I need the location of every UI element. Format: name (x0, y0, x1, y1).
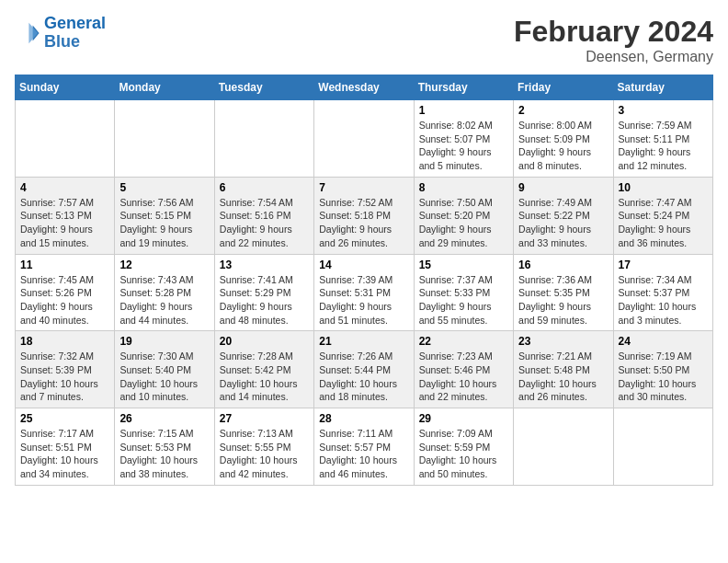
day-number: 28 (319, 412, 408, 425)
logo-text: General Blue (44, 15, 106, 52)
logo-line1: General (44, 14, 106, 32)
day-number: 12 (119, 259, 209, 271)
calendar-cell (214, 100, 313, 178)
calendar-cell: 14Sunrise: 7:39 AM Sunset: 5:31 PM Dayli… (314, 254, 414, 331)
header-tuesday: Tuesday (214, 75, 313, 100)
day-number: 1 (419, 104, 508, 117)
header-sunday: Sunday (16, 75, 115, 100)
calendar-cell: 24Sunrise: 7:19 AM Sunset: 5:50 PM Dayli… (613, 331, 712, 408)
calendar-cell: 17Sunrise: 7:34 AM Sunset: 5:37 PM Dayli… (613, 254, 712, 331)
day-number: 22 (419, 335, 508, 348)
calendar-cell: 8Sunrise: 7:50 AM Sunset: 5:20 PM Daylig… (414, 177, 513, 254)
day-number: 6 (220, 181, 309, 194)
day-info: Sunrise: 8:00 AM Sunset: 5:09 PM Dayligh… (518, 119, 608, 173)
calendar-header-row: SundayMondayTuesdayWednesdayThursdayFrid… (16, 75, 713, 100)
calendar-cell: 4Sunrise: 7:57 AM Sunset: 5:13 PM Daylig… (16, 177, 115, 254)
day-info: Sunrise: 7:21 AM Sunset: 5:48 PM Dayligh… (518, 350, 608, 404)
header-wednesday: Wednesday (314, 75, 414, 100)
logo-line2: Blue (44, 32, 80, 51)
day-info: Sunrise: 7:09 AM Sunset: 5:59 PM Dayligh… (419, 427, 508, 481)
calendar-cell: 9Sunrise: 7:49 AM Sunset: 5:22 PM Daylig… (514, 177, 613, 254)
logo-icon (15, 20, 40, 46)
calendar-week-row: 18Sunrise: 7:32 AM Sunset: 5:39 PM Dayli… (16, 331, 713, 408)
calendar-cell: 15Sunrise: 7:37 AM Sunset: 5:33 PM Dayli… (414, 254, 513, 331)
day-info: Sunrise: 7:43 AM Sunset: 5:28 PM Dayligh… (119, 273, 209, 327)
day-number: 23 (518, 335, 608, 348)
day-info: Sunrise: 7:13 AM Sunset: 5:55 PM Dayligh… (220, 427, 309, 481)
day-info: Sunrise: 7:36 AM Sunset: 5:35 PM Dayligh… (518, 273, 608, 327)
logo: General Blue (15, 15, 106, 52)
day-number: 13 (220, 259, 309, 271)
calendar-cell: 26Sunrise: 7:15 AM Sunset: 5:53 PM Dayli… (115, 408, 214, 486)
day-info: Sunrise: 7:17 AM Sunset: 5:51 PM Dayligh… (20, 427, 109, 481)
calendar-week-row: 1Sunrise: 8:02 AM Sunset: 5:07 PM Daylig… (16, 100, 713, 178)
calendar-cell: 21Sunrise: 7:26 AM Sunset: 5:44 PM Dayli… (314, 331, 414, 408)
calendar-cell: 16Sunrise: 7:36 AM Sunset: 5:35 PM Dayli… (514, 254, 613, 331)
calendar-cell (514, 408, 613, 486)
day-info: Sunrise: 7:50 AM Sunset: 5:20 PM Dayligh… (419, 196, 508, 250)
calendar-cell: 1Sunrise: 8:02 AM Sunset: 5:07 PM Daylig… (414, 100, 513, 178)
day-info: Sunrise: 7:47 AM Sunset: 5:24 PM Dayligh… (619, 196, 708, 250)
header-monday: Monday (115, 75, 214, 100)
calendar-cell: 12Sunrise: 7:43 AM Sunset: 5:28 PM Dayli… (115, 254, 214, 331)
page-subtitle: Deensen, Germany (514, 49, 713, 65)
day-number: 24 (619, 335, 708, 348)
calendar-cell: 27Sunrise: 7:13 AM Sunset: 5:55 PM Dayli… (214, 408, 313, 486)
day-number: 9 (518, 181, 608, 194)
day-info: Sunrise: 7:34 AM Sunset: 5:37 PM Dayligh… (619, 273, 708, 327)
day-info: Sunrise: 7:57 AM Sunset: 5:13 PM Dayligh… (20, 196, 109, 250)
header-thursday: Thursday (414, 75, 513, 100)
page-title: February 2024 (514, 15, 713, 49)
day-number: 19 (119, 335, 209, 348)
day-number: 17 (619, 259, 708, 271)
calendar-table: SundayMondayTuesdayWednesdayThursdayFrid… (15, 75, 713, 486)
calendar-cell: 11Sunrise: 7:45 AM Sunset: 5:26 PM Dayli… (16, 254, 115, 331)
day-info: Sunrise: 7:41 AM Sunset: 5:29 PM Dayligh… (220, 273, 309, 327)
calendar-cell: 3Sunrise: 7:59 AM Sunset: 5:11 PM Daylig… (613, 100, 712, 178)
day-info: Sunrise: 7:59 AM Sunset: 5:11 PM Dayligh… (619, 119, 708, 173)
calendar-week-row: 25Sunrise: 7:17 AM Sunset: 5:51 PM Dayli… (16, 408, 713, 486)
day-number: 7 (319, 181, 408, 194)
day-number: 16 (518, 259, 608, 271)
title-block: February 2024 Deensen, Germany (514, 15, 713, 65)
calendar-cell: 19Sunrise: 7:30 AM Sunset: 5:40 PM Dayli… (115, 331, 214, 408)
calendar-cell: 28Sunrise: 7:11 AM Sunset: 5:57 PM Dayli… (314, 408, 414, 486)
calendar-cell: 6Sunrise: 7:54 AM Sunset: 5:16 PM Daylig… (214, 177, 313, 254)
day-info: Sunrise: 7:45 AM Sunset: 5:26 PM Dayligh… (20, 273, 109, 327)
day-number: 18 (20, 335, 109, 348)
calendar-cell: 10Sunrise: 7:47 AM Sunset: 5:24 PM Dayli… (613, 177, 712, 254)
calendar-cell: 2Sunrise: 8:00 AM Sunset: 5:09 PM Daylig… (514, 100, 613, 178)
calendar-cell (115, 100, 214, 178)
day-info: Sunrise: 7:56 AM Sunset: 5:15 PM Dayligh… (119, 196, 209, 250)
calendar-cell: 22Sunrise: 7:23 AM Sunset: 5:46 PM Dayli… (414, 331, 513, 408)
day-info: Sunrise: 7:39 AM Sunset: 5:31 PM Dayligh… (319, 273, 408, 327)
day-info: Sunrise: 7:37 AM Sunset: 5:33 PM Dayligh… (419, 273, 508, 327)
calendar-cell (314, 100, 414, 178)
calendar-cell (16, 100, 115, 178)
day-info: Sunrise: 7:23 AM Sunset: 5:46 PM Dayligh… (419, 350, 508, 404)
day-number: 25 (20, 412, 109, 425)
day-number: 21 (319, 335, 408, 348)
calendar-cell: 7Sunrise: 7:52 AM Sunset: 5:18 PM Daylig… (314, 177, 414, 254)
header-friday: Friday (514, 75, 613, 100)
day-number: 8 (419, 181, 508, 194)
day-number: 11 (20, 259, 109, 271)
calendar-cell: 18Sunrise: 7:32 AM Sunset: 5:39 PM Dayli… (16, 331, 115, 408)
day-info: Sunrise: 7:28 AM Sunset: 5:42 PM Dayligh… (220, 350, 309, 404)
day-number: 5 (119, 181, 209, 194)
day-number: 27 (220, 412, 309, 425)
day-info: Sunrise: 7:30 AM Sunset: 5:40 PM Dayligh… (119, 350, 209, 404)
day-info: Sunrise: 7:19 AM Sunset: 5:50 PM Dayligh… (619, 350, 708, 404)
day-number: 4 (20, 181, 109, 194)
day-info: Sunrise: 7:32 AM Sunset: 5:39 PM Dayligh… (20, 350, 109, 404)
day-number: 2 (518, 104, 608, 117)
calendar-cell: 13Sunrise: 7:41 AM Sunset: 5:29 PM Dayli… (214, 254, 313, 331)
calendar-cell: 20Sunrise: 7:28 AM Sunset: 5:42 PM Dayli… (214, 331, 313, 408)
calendar-cell: 23Sunrise: 7:21 AM Sunset: 5:48 PM Dayli… (514, 331, 613, 408)
calendar-week-row: 11Sunrise: 7:45 AM Sunset: 5:26 PM Dayli… (16, 254, 713, 331)
calendar-cell: 5Sunrise: 7:56 AM Sunset: 5:15 PM Daylig… (115, 177, 214, 254)
svg-marker-1 (28, 23, 38, 43)
day-number: 29 (419, 412, 508, 425)
day-info: Sunrise: 7:52 AM Sunset: 5:18 PM Dayligh… (319, 196, 408, 250)
calendar-week-row: 4Sunrise: 7:57 AM Sunset: 5:13 PM Daylig… (16, 177, 713, 254)
